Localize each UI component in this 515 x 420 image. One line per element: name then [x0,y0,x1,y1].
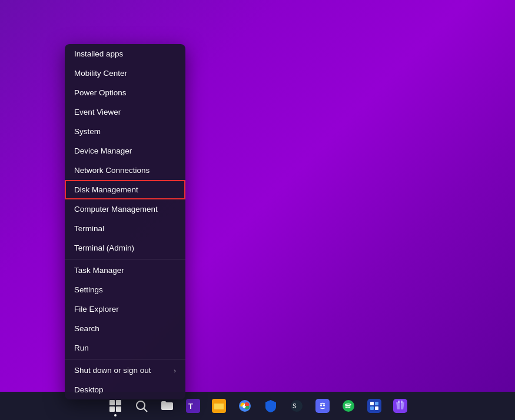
menu-divider-1 [65,259,185,259]
menu-item-device-manager[interactable]: Device Manager [65,141,185,161]
menu-section-bottom: Shut down or sign out › Desktop [65,361,185,399]
menu-item-installed-apps[interactable]: Installed apps [65,44,185,64]
menu-item-shutdown[interactable]: Shut down or sign out › [65,361,185,380]
menu-section-top: Installed apps Mobility Center Power Opt… [65,44,185,258]
menu-item-network-connections[interactable]: Network Connections [65,161,185,180]
svg-rect-16 [370,402,374,405]
menu-item-file-explorer[interactable]: File Explorer [65,299,185,319]
taskbar-explorer2-button[interactable] [207,394,231,418]
svg-rect-18 [370,406,374,410]
context-menu: Installed apps Mobility Center Power Opt… [65,44,185,399]
menu-item-mobility-center[interactable]: Mobility Center [65,64,185,83]
svg-rect-13 [315,399,330,413]
taskbar-archive-button[interactable] [388,394,412,418]
chevron-right-icon: › [174,367,176,374]
menu-item-terminal[interactable]: Terminal [65,219,185,238]
menu-section-middle: Task Manager Settings File Explorer Sear… [65,261,185,358]
svg-rect-1 [116,400,121,405]
taskbar-teams-button[interactable]: T [181,394,205,418]
menu-item-search[interactable]: Search [65,319,185,338]
menu-item-power-options[interactable]: Power Options [65,83,185,102]
taskbar-spotify-button[interactable] [337,394,360,418]
svg-rect-0 [109,400,115,405]
menu-item-settings[interactable]: Settings [65,280,185,299]
taskbar-discord-button[interactable] [311,394,334,418]
svg-rect-19 [375,406,378,410]
svg-text:T: T [188,402,193,411]
taskbar-chrome-button[interactable] [233,394,257,418]
svg-line-5 [144,409,147,412]
active-dot [114,414,117,416]
svg-rect-3 [116,406,121,412]
svg-rect-15 [367,399,381,413]
menu-divider-2 [65,359,185,359]
menu-item-event-viewer[interactable]: Event Viewer [65,102,185,122]
svg-text:S: S [293,403,297,409]
taskbar-bitwarden-button[interactable] [259,394,283,418]
taskbar-locker-button[interactable] [363,394,386,418]
menu-item-computer-management[interactable]: Computer Management [65,199,185,219]
svg-rect-2 [109,406,115,412]
menu-item-task-manager[interactable]: Task Manager [65,261,185,280]
menu-item-terminal-admin[interactable]: Terminal (Admin) [65,238,185,258]
svg-point-4 [137,401,145,409]
svg-rect-17 [375,402,378,405]
menu-item-run[interactable]: Run [65,338,185,358]
menu-item-disk-management[interactable]: Disk Management [65,180,185,199]
menu-item-system[interactable]: System [65,122,185,141]
taskbar-steam-button[interactable]: S [285,394,308,418]
menu-item-desktop[interactable]: Desktop [65,380,185,399]
